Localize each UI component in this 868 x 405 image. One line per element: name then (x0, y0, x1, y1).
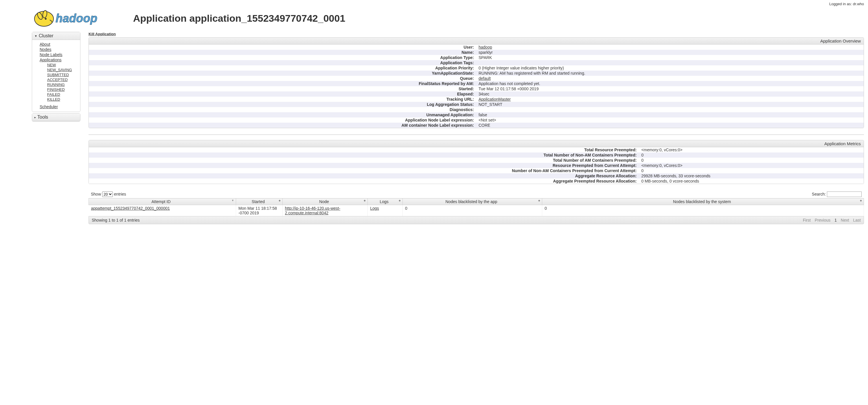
kv-value (476, 107, 864, 112)
caret-right-icon: ▸ (34, 116, 36, 119)
kv-value: hadoop (476, 44, 864, 50)
kv-value: CORE (476, 123, 864, 128)
kv-row: Number of Non-AM Containers Preempted fr… (89, 168, 864, 173)
sidebar-tools-section: ▸ Tools (32, 113, 81, 122)
content: Kill Application Application Overview Us… (89, 32, 864, 224)
sidebar-link-new-saving[interactable]: NEW_SAVING (32, 67, 80, 72)
kv-value: Application has not completed yet. (476, 81, 864, 86)
sidebar-tools-toggle[interactable]: ▸ Tools (32, 114, 80, 121)
kv-row: Started:Tue Mar 12 01:17:58 +0000 2019 (89, 86, 864, 91)
kv-label: Aggregate Resource Allocation: (89, 173, 639, 179)
kv-label: Total Resource Preempted: (89, 147, 639, 152)
kv-row: Resource Preempted from Current Attempt:… (89, 163, 864, 168)
application-overview-panel: Application Overview User:hadoopName:spa… (89, 37, 864, 128)
kv-label: Application Tags: (89, 60, 476, 65)
col-started-label: Started (252, 199, 265, 204)
kv-value: SPARK (476, 55, 864, 60)
sidebar-link-applications[interactable]: Applications (32, 57, 80, 62)
col-attempt-id[interactable]: Attempt ID▼ (89, 198, 236, 205)
kv-row: YarnApplicationState:RUNNING: AM has reg… (89, 70, 864, 76)
sidebar-link-killed[interactable]: KILLED (32, 97, 80, 102)
svg-point-3 (45, 18, 46, 20)
application-metrics-title: Application Metrics (89, 140, 864, 147)
page-title: Application application_1552349770742_00… (133, 13, 345, 24)
kv-label: Application Priority: (89, 65, 476, 70)
kv-label: Application Type: (89, 55, 476, 60)
sidebar-link-node-labels[interactable]: Node Labels (32, 52, 80, 57)
application-overview-title: Application Overview (89, 38, 864, 44)
attempts-table: Attempt ID▼ Started◆ Node◆ Logs◆ Nodes b… (89, 198, 864, 216)
kv-row: Queue:default (89, 76, 864, 81)
kv-label: Total Number of Non-AM Containers Preemp… (89, 152, 639, 158)
kv-label: Diagnostics: (89, 107, 476, 112)
kv-value-link[interactable]: ApplicationMaster (478, 97, 511, 101)
show-label: Show (91, 192, 101, 196)
table-info: Showing 1 to 1 of 1 entries (92, 218, 140, 222)
kv-value: 0 (Higher Integer value indicates higher… (476, 65, 864, 70)
kv-row: Diagnostics: (89, 107, 864, 112)
node-link[interactable]: http://ip-10-16-46-120.us-west-2.compute… (285, 206, 340, 215)
col-logs[interactable]: Logs◆ (368, 198, 403, 205)
sidebar: ▼ Cluster About Nodes Node Labels Applic… (32, 32, 81, 224)
sidebar-link-submitted[interactable]: SUBMITTED (32, 72, 80, 77)
sidebar-link-scheduler[interactable]: Scheduler (32, 104, 80, 110)
kill-application-link[interactable]: Kill Application (89, 32, 116, 36)
pager-last[interactable]: Last (853, 218, 861, 222)
pager-prev[interactable]: Previous (815, 218, 830, 222)
sidebar-link-running[interactable]: RUNNING (32, 82, 80, 87)
kv-label: Name: (89, 50, 476, 55)
overview-table: User:hadoopName:sparklyrApplication Type… (89, 44, 864, 128)
col-bl-sys-label: Nodes blacklisted by the system (673, 199, 731, 204)
caret-down-icon: ▼ (34, 34, 37, 38)
col-logs-label: Logs (380, 199, 389, 204)
logs-link[interactable]: Logs (370, 206, 379, 211)
kv-row: Application Priority:0 (Higher Integer v… (89, 65, 864, 70)
sort-icon: ◆ (860, 199, 862, 201)
kv-row: Total Number of AM Containers Preempted:… (89, 158, 864, 163)
pager: First Previous 1 Next Last (800, 218, 861, 222)
sidebar-cluster-toggle[interactable]: ▼ Cluster (32, 32, 80, 40)
kv-label: Tracking URL: (89, 97, 476, 102)
attempt-id-link[interactable]: appattempt_1552349770742_0001_000001 (91, 206, 170, 211)
search-label: Search: (812, 192, 826, 196)
kv-value-link[interactable]: hadoop (478, 45, 492, 50)
entries-label: entries (114, 192, 126, 196)
sidebar-link-nodes[interactable]: Nodes (32, 47, 80, 52)
kv-label: Queue: (89, 76, 476, 81)
sidebar-link-new[interactable]: NEW (32, 62, 80, 67)
kv-value: 29928 MB-seconds, 33 vcore-seconds (639, 173, 864, 179)
pager-page-1[interactable]: 1 (834, 218, 837, 222)
page-size-control: Show 20 entries (91, 191, 126, 197)
sidebar-cluster-label: Cluster (39, 33, 54, 38)
search-input[interactable] (827, 191, 862, 197)
pager-first[interactable]: First (803, 218, 811, 222)
cell-bl-sys: 0 (542, 205, 864, 216)
kv-label: Total Number of AM Containers Preempted: (89, 158, 639, 163)
sidebar-link-failed[interactable]: FAILED (32, 92, 80, 97)
divider (89, 134, 864, 135)
sort-icon: ▼ (231, 199, 234, 201)
kv-value: 34sec (476, 91, 864, 97)
col-bl-sys[interactable]: Nodes blacklisted by the system◆ (542, 198, 864, 205)
col-started[interactable]: Started◆ (236, 198, 283, 205)
col-bl-app[interactable]: Nodes blacklisted by the app◆ (402, 198, 542, 205)
col-node-label: Node (319, 199, 329, 204)
search-control: Search: (812, 191, 862, 197)
datatable-controls: Show 20 entries Search: (89, 190, 864, 198)
pager-next[interactable]: Next (841, 218, 849, 222)
kv-value: default (476, 76, 864, 81)
col-node[interactable]: Node◆ (282, 198, 368, 205)
kv-value: 0 (639, 158, 864, 163)
kv-value: 0 (639, 168, 864, 173)
kv-row: Elapsed:34sec (89, 91, 864, 97)
kv-value-link[interactable]: default (478, 76, 491, 81)
page-size-select[interactable]: 20 (102, 191, 113, 197)
sidebar-link-finished[interactable]: FINISHED (32, 87, 80, 92)
sidebar-link-about[interactable]: About (32, 42, 80, 47)
kv-row: Log Aggregation Status:NOT_START (89, 102, 864, 107)
kv-row: Application Node Label expression:<Not s… (89, 118, 864, 123)
kv-label: Aggregate Preempted Resource Allocation: (89, 179, 639, 184)
kv-label: Application Node Label expression: (89, 118, 476, 123)
sidebar-link-accepted[interactable]: ACCEPTED (32, 77, 80, 82)
kv-label: Started: (89, 86, 476, 91)
